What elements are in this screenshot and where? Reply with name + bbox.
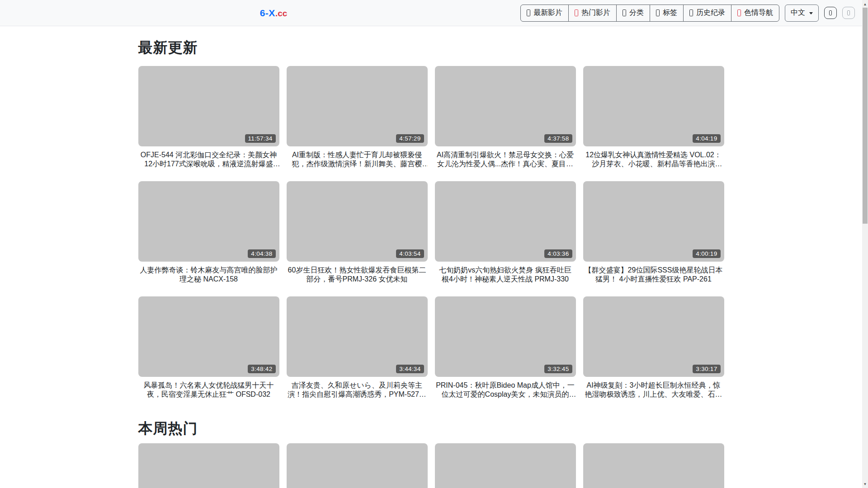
nav-item-label: 最新影片 [533,8,562,18]
video-thumbnail[interactable]: 4:04:38 [138,181,279,262]
brand-tld: .cc [275,9,287,18]
hot-films-icon [575,9,578,16]
duration-badge: 4:00:19 [693,249,720,258]
video-title[interactable]: 12位爆乳女神认真激情性爱精选 VOL.02：沙月芽衣、小花暖、新村晶等香艳出演… [583,150,724,169]
scrollbar-down-arrow-icon[interactable]: ▼ [862,480,868,488]
video-thumbnail[interactable] [138,443,279,488]
nav-item-tags[interactable]: 标签 [650,5,684,22]
video-title[interactable]: 60岁生日狂欢！熟女性欲爆发吞食巨根第二部分，番号PRMJ-326 女优未知 [287,266,428,284]
video-card[interactable]: 4:03:54 60岁生日狂欢！熟女性欲爆发吞食巨根第二部分，番号PRMJ-32… [287,181,428,284]
header-icon-button-2[interactable] [842,7,855,19]
video-thumbnail[interactable]: 4:04:19 [583,66,724,146]
video-title[interactable]: AI神级复刻：3小时超长巨制永恒经典，惊艳湿吻极致诱惑，川上优、大友唯爱、石川沙… [583,381,724,399]
video-card[interactable] [287,443,428,488]
duration-badge: 3:48:42 [248,365,275,373]
language-label: 中文 [791,8,805,18]
latest-videos-grid: 11:57:34 OFJE-544 河北彩伽口交全纪录：美颜女神12小时177式… [138,66,724,412]
video-card[interactable]: 4:00:19 【群交盛宴】29位国际SSS级艳星轮战日本猛男！ 4小时直播性爱… [583,181,724,284]
duration-badge: 4:04:38 [248,249,275,258]
video-thumbnail[interactable]: 3:48:42 [138,296,279,377]
video-title[interactable]: 风暴孤岛！六名素人女优轮战猛男十天十夜，民宿变淫巢无休止狂艹 OFSD-032 [138,381,279,399]
chevron-down-icon [809,12,813,14]
browser-scrollbar[interactable]: ▲ ▼ [862,0,868,488]
video-thumbnail[interactable]: 3:44:34 [287,296,428,377]
video-thumbnail[interactable] [583,443,724,488]
video-card[interactable] [138,443,279,488]
duration-badge: 4:04:19 [693,134,720,143]
video-thumbnail[interactable]: 4:03:36 [435,181,576,262]
scrollbar-thumb[interactable] [863,8,868,224]
scrollbar-up-arrow-icon[interactable]: ▲ [862,0,868,8]
video-title[interactable]: 吉泽友贵、久和原せいら、及川莉央等主演！指尖自慰引爆高潮诱惑秀，PYM-527等… [287,381,428,399]
video-card[interactable]: 4:04:19 12位爆乳女神认真激情性爱精选 VOL.02：沙月芽衣、小花暖、… [583,66,724,169]
nav-item-label: 色情导航 [744,8,773,18]
category-icon [623,9,626,16]
brand-name: 6-X [260,8,275,18]
unknown-glyph-icon [829,10,832,15]
nav-item-history[interactable]: 历史纪录 [683,5,731,22]
video-thumbnail[interactable]: 4:00:19 [583,181,724,262]
header-icon-button-1[interactable] [824,7,837,19]
video-thumbnail[interactable]: 3:32:45 [435,296,576,377]
adult-nav-icon [737,9,741,16]
video-title[interactable]: 人妻作弊奇谈：铃木麻友与高宫唯的脸部护理之秘 NACX-158 [138,266,279,284]
video-thumbnail[interactable]: 4:57:29 [287,66,428,146]
video-card[interactable] [435,443,576,488]
section-title-weekly-hot: 本周热门 [138,419,724,439]
video-card[interactable]: 3:44:34 吉泽友贵、久和原せいら、及川莉央等主演！指尖自慰引爆高潮诱惑秀，… [287,296,428,399]
section-title-latest: 最新更新 [138,38,724,58]
video-card[interactable] [583,443,724,488]
duration-badge: 4:37:58 [544,134,572,143]
duration-badge: 4:57:29 [396,134,424,143]
language-dropdown[interactable]: 中文 [785,5,819,22]
video-title[interactable]: OFJE-544 河北彩伽口交全纪录：美颜女神12小时177式深喉吮吸，精液逆流… [138,150,279,169]
video-card[interactable]: 4:57:29 AI重制版：性感人妻忙于育儿却被猥亵侵犯，杰作级激情演绎！新川舞… [287,66,428,169]
duration-badge: 4:03:54 [396,249,424,258]
video-thumbnail[interactable]: 4:37:58 [435,66,576,146]
video-thumbnail[interactable]: 3:30:17 [583,296,724,377]
video-card[interactable]: 11:57:34 OFJE-544 河北彩伽口交全纪录：美颜女神12小时177式… [138,66,279,169]
nav-item-hot-films[interactable]: 热门影片 [568,5,617,22]
history-icon [689,9,693,16]
nav-item-label: 标签 [663,8,677,18]
nav-item-latest-films[interactable]: 最新影片 [520,5,569,22]
latest-films-icon [527,9,530,16]
video-thumbnail[interactable]: 4:03:54 [287,181,428,262]
duration-badge: 3:30:17 [693,365,720,373]
tag-icon [656,9,660,16]
video-thumbnail[interactable] [435,443,576,488]
video-card[interactable]: 3:32:45 PRIN-045：秋叶原Bideo Map成人馆中，一位太过可爱… [435,296,576,399]
video-card[interactable]: 3:30:17 AI神级复刻：3小时超长巨制永恒经典，惊艳湿吻极致诱惑，川上优、… [583,296,724,399]
video-card[interactable]: 4:04:38 人妻作弊奇谈：铃木麻友与高宫唯的脸部护理之秘 NACX-158 [138,181,279,284]
page-viewport: 6-X.cc 最新影片 热门影片 分类 标签 [0,0,862,488]
main-nav-button-group: 最新影片 热门影片 分类 标签 历史纪录 [520,5,779,22]
video-title[interactable]: 七旬奶奶vs六旬熟妇欲火焚身 疯狂吞吐巨根4小时！神秘素人逆天性战 PRMJ-3… [435,266,576,284]
video-thumbnail[interactable] [287,443,428,488]
top-navbar: 6-X.cc 最新影片 热门影片 分类 标签 [0,0,862,26]
video-title[interactable]: PRIN-045：秋叶原Bideo Map成人馆中，一位太过可爱的Cosplay… [435,381,576,399]
unknown-glyph-icon [847,10,850,15]
video-title[interactable]: AI高清重制引爆欲火！禁忌母女交换：心爱女儿沦为性爱人偶...杰作！真心実、夏目… [435,150,576,169]
duration-badge: 3:32:45 [544,365,572,373]
video-title[interactable]: AI重制版：性感人妻忙于育儿却被猥亵侵犯，杰作级激情演绎！新川舞美、藤宫樱花、神… [287,150,428,169]
navbar-right-group: 最新影片 热门影片 分类 标签 历史纪录 [520,5,862,22]
nav-item-label: 分类 [629,8,644,18]
video-title[interactable]: 【群交盛宴】29位国际SSS级艳星轮战日本猛男！ 4小时直播性爱狂欢 PAP-2… [583,266,724,284]
video-card[interactable]: 3:48:42 风暴孤岛！六名素人女优轮战猛男十天十夜，民宿变淫巢无休止狂艹 O… [138,296,279,399]
weekly-hot-videos-grid [138,443,724,488]
video-thumbnail[interactable]: 11:57:34 [138,66,279,146]
nav-item-categories[interactable]: 分类 [616,5,650,22]
nav-item-label: 热门影片 [581,8,610,18]
duration-badge: 11:57:34 [245,134,276,143]
video-card[interactable]: 4:03:36 七旬奶奶vs六旬熟妇欲火焚身 疯狂吞吐巨根4小时！神秘素人逆天性… [435,181,576,284]
video-card[interactable]: 4:37:58 AI高清重制引爆欲火！禁忌母女交换：心爱女儿沦为性爱人偶...杰… [435,66,576,169]
nav-item-adult-nav[interactable]: 色情导航 [731,5,779,22]
duration-badge: 4:03:36 [544,249,572,258]
brand-logo[interactable]: 6-X.cc [260,8,288,19]
main-content: 最新更新 11:57:34 OFJE-544 河北彩伽口交全纪录：美颜女神12小… [138,38,724,488]
nav-item-label: 历史纪录 [696,8,725,18]
duration-badge: 3:44:34 [396,365,424,373]
